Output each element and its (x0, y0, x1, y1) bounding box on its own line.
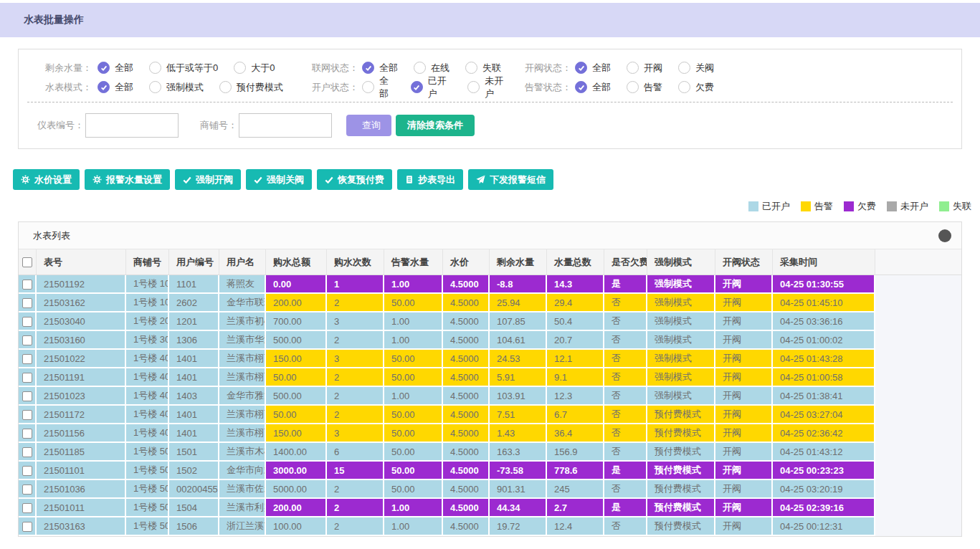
table-cell: 4.5000 (443, 443, 490, 462)
radio-option[interactable]: 全部 (575, 62, 611, 75)
action-button[interactable]: 水价设置 (13, 169, 80, 190)
radio-icon[interactable] (149, 81, 161, 93)
action-button[interactable]: 强制开阀 (175, 169, 241, 190)
row-checkbox[interactable] (22, 354, 32, 364)
action-button[interactable]: 恢复预付费 (317, 169, 392, 190)
query-button[interactable]: 查询 (346, 115, 391, 136)
row-checkbox[interactable] (22, 373, 32, 383)
radio-option[interactable]: 全部 (362, 62, 398, 75)
table-cell: 强制模式 (647, 350, 715, 368)
radio-option[interactable]: 在线 (414, 62, 449, 75)
table-cell: 21501185 (37, 443, 126, 462)
radio-option[interactable]: 关阀 (678, 62, 714, 75)
radio-icon[interactable] (149, 62, 161, 74)
radio-option[interactable]: 失联 (465, 62, 501, 75)
radio-icon[interactable] (97, 62, 110, 74)
table-cell: 150.00 (266, 424, 327, 443)
action-button[interactable]: 抄表导出 (397, 169, 463, 190)
table-cell: 3000.00 (266, 462, 327, 480)
column-header: 告警水量 (384, 249, 443, 275)
radio-option[interactable]: 欠费 (678, 81, 714, 94)
radio-option[interactable]: 开阀 (627, 62, 662, 75)
action-button[interactable]: 下发报警短信 (468, 169, 553, 190)
radio-option[interactable]: 低于或等于0 (149, 62, 218, 75)
collapse-panel-button[interactable] (938, 229, 951, 242)
filter-radios: 剩余水量：全部低于或等于0大于0联网状态：全部在线失联开阀状态：全部开阀关阀 水… (19, 49, 961, 97)
radio-icon[interactable] (678, 62, 690, 74)
radio-icon[interactable] (627, 62, 639, 74)
table-cell: 否 (604, 294, 647, 312)
radio-icon[interactable] (678, 81, 690, 93)
column-header: 用户编号 (169, 249, 219, 275)
legend-label: 未开户 (900, 200, 928, 213)
table-cell: 5000.00 (266, 480, 327, 499)
radio-icon[interactable] (411, 81, 423, 93)
file-icon (405, 175, 414, 184)
radio-icon[interactable] (362, 81, 374, 93)
table-cell: 04-25 01:43:28 (773, 350, 875, 368)
table-cell: 50.00 (266, 368, 327, 387)
legend-item: 未开户 (887, 200, 928, 213)
row-checkbox[interactable] (22, 466, 32, 476)
select-all-checkbox[interactable] (22, 257, 32, 267)
row-checkbox[interactable] (22, 522, 32, 532)
table-cell: 107.85 (490, 312, 547, 331)
radio-option[interactable]: 大于0 (234, 62, 275, 75)
clear-search-button[interactable]: 清除搜索条件 (396, 115, 475, 136)
radio-option[interactable]: 未开户 (467, 75, 509, 100)
table-cell: 是 (604, 499, 647, 517)
radio-icon[interactable] (97, 81, 110, 93)
radio-icon[interactable] (575, 62, 587, 74)
row-checkbox[interactable] (22, 391, 32, 401)
row-checkbox[interactable] (22, 410, 32, 420)
radio-icon[interactable] (219, 81, 232, 93)
row-checkbox[interactable] (22, 335, 32, 345)
radio-option[interactable]: 告警 (627, 81, 662, 94)
radio-icon[interactable] (627, 81, 639, 93)
radio-option-label: 开阀 (644, 62, 662, 75)
table-cell: 1506 (169, 517, 219, 536)
row-checkbox[interactable] (22, 317, 32, 327)
radio-icon[interactable] (414, 62, 426, 74)
table-cell: 21503163 (37, 517, 126, 536)
row-checkbox[interactable] (22, 503, 32, 513)
table-cell: 1号楼 504 (126, 499, 169, 517)
table-cell: 778.6 (547, 462, 604, 480)
table-cell: 强制模式 (647, 312, 715, 331)
row-checkbox[interactable] (22, 429, 32, 439)
radio-option[interactable]: 全部 (97, 62, 133, 75)
table-cell: 预付费模式 (647, 424, 715, 443)
radio-option[interactable]: 强制模式 (149, 81, 204, 94)
radio-icon[interactable] (467, 81, 480, 93)
row-checkbox[interactable] (22, 280, 32, 290)
table-cell: 否 (604, 331, 647, 350)
legend-swatch (748, 201, 758, 211)
table-cell: 21501023 (37, 387, 126, 406)
action-button-label: 报警水量设置 (106, 173, 162, 186)
table-cell: 21501172 (37, 406, 126, 424)
action-button[interactable]: 强制关阀 (246, 169, 312, 190)
radio-icon[interactable] (465, 62, 477, 74)
table-row: 215031621号楼 1042602金华市联瑞工200.00250.004.5… (19, 294, 961, 312)
radio-icon[interactable] (575, 81, 587, 93)
radio-option[interactable]: 全部 (362, 75, 395, 100)
table-cell: 50.00 (384, 368, 443, 387)
table-cell: 500.00 (266, 331, 327, 350)
radio-option[interactable]: 预付费模式 (219, 81, 283, 94)
radio-option[interactable]: 全部 (575, 81, 611, 94)
row-filler (875, 331, 961, 350)
table-cell: 兰溪市华澜工 (219, 331, 266, 350)
action-button[interactable]: 报警水量设置 (85, 169, 170, 190)
radio-icon[interactable] (234, 62, 246, 74)
table-cell: 开阀 (715, 387, 773, 406)
meter-no-input[interactable] (85, 113, 179, 138)
shop-no-input[interactable] (239, 113, 332, 138)
row-checkbox[interactable] (22, 298, 32, 308)
radio-option[interactable]: 已开户 (411, 75, 452, 100)
row-checkbox[interactable] (22, 484, 32, 495)
radio-icon[interactable] (362, 62, 374, 74)
radio-option[interactable]: 全部 (97, 81, 133, 94)
table-cell: 21503162 (37, 294, 126, 312)
table-cell: 1.00 (384, 499, 443, 517)
row-checkbox[interactable] (22, 447, 32, 457)
